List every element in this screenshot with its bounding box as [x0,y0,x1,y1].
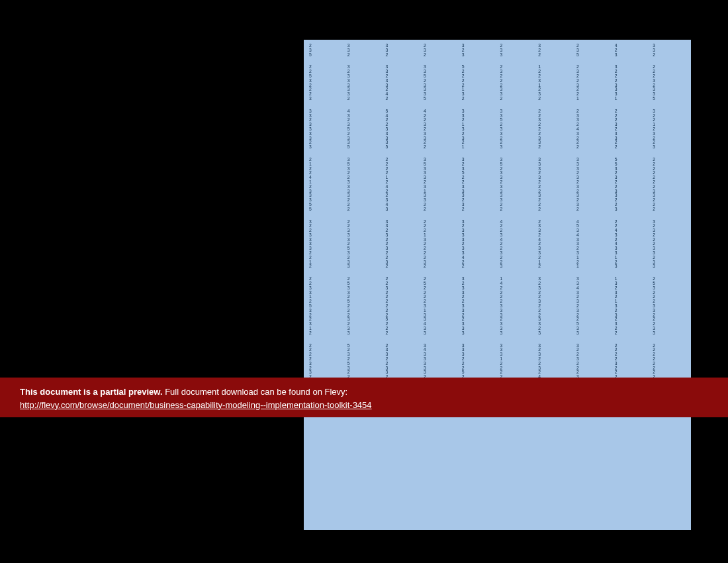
data-cell: 5 [383,317,421,322]
data-cell: 2 [535,327,574,331]
data-cell: 2 [498,207,536,212]
data-row: 3332323423 [306,286,688,291]
data-cell: 3 [306,123,345,127]
data-row: 2323132233 [306,87,688,92]
data-cell: 2 [383,304,421,309]
data-cell: 5 [421,97,459,101]
data-cell: 3 [574,344,612,348]
data-cell: 3 [459,92,498,97]
data-cell: 5 [498,118,536,123]
data-cell: 2 [612,220,651,225]
data-cell: 3 [574,162,612,167]
data-cell: 1 [459,87,498,92]
data-cell: 2 [459,264,498,269]
data-cell: 1 [535,83,574,88]
data-cell: 1 [498,277,536,282]
data-cell: 3 [650,145,688,150]
data-cell: 2 [345,242,383,246]
data-cell: 5 [306,203,345,207]
data-cell: 2 [459,299,498,304]
data-cell: 3 [306,189,345,194]
data-row: 3233232333 [306,132,688,136]
data-cell: 2 [383,189,421,194]
data-cell: 3 [612,282,651,286]
data-cell: 2 [459,74,498,79]
data-cell: 2 [535,109,574,114]
data-cell: 3 [650,44,688,48]
data-cell: 3 [459,114,498,119]
data-cell: 5 [650,97,688,101]
banner-link[interactable]: http://flevy.com/browse/document/busines… [20,400,372,410]
data-cell: 3 [535,193,574,198]
data-cell: 3 [345,251,383,256]
data-cell: 3 [498,313,536,318]
data-cell: 3 [650,246,688,251]
data-cell: 4 [535,238,574,242]
data-cell: 2 [574,44,612,48]
data-cell: 2 [383,331,421,336]
data-cell: 2 [650,127,688,132]
data-cell: 3 [498,251,536,256]
data-cell: 3 [612,362,651,366]
data-cell: 2 [535,313,574,318]
data-cell: 3 [574,167,612,172]
data-cell: 5 [459,65,498,70]
data-cell: 3 [306,109,345,114]
data-cell: 1 [421,189,459,194]
data-cell: 2 [459,242,498,246]
data-cell: 3 [498,53,536,58]
data-cell: 3 [345,229,383,233]
data-cell: 3 [459,322,498,327]
data-cell: 3 [459,277,498,282]
data-cell: 2 [345,322,383,327]
data-cell: 2 [612,114,651,119]
data-cell: 2 [345,207,383,212]
data-cell: 3 [421,83,459,88]
data-cell: 3 [498,176,536,180]
data-cell: 2 [345,295,383,299]
data-cell: 3 [459,304,498,309]
data-cell: 2 [650,299,688,304]
data-cell: 2 [459,140,498,145]
data-cell: 3 [459,291,498,295]
data-cell: 2 [306,140,345,145]
data-cell: 2 [612,118,651,123]
data-row: 2323333352 [306,158,688,162]
data-row: 5325222222 [306,74,688,79]
data-cell: 3 [574,83,612,88]
data-cell: 3 [612,123,651,127]
data-cell: 2 [498,256,536,260]
data-cell: 3 [345,123,383,127]
data-cell: 2 [459,317,498,322]
data-cell: 3 [535,366,574,371]
data-cell: 4 [498,282,536,286]
data-cell: 3 [574,277,612,282]
data-row: 2222422112 [306,256,688,260]
data-cell: 3 [383,352,421,357]
data-cell: 2 [574,304,612,309]
data-cell: 3 [306,193,345,198]
data-cell: 2 [650,74,688,79]
data-cell: 3 [498,189,536,194]
data-cell: 2 [383,357,421,362]
data-cell: 3 [421,362,459,366]
data-cell: 1 [535,260,574,265]
data-cell: 3 [498,87,536,92]
data-cell: 2 [650,207,688,212]
data-cell: 2 [650,344,688,348]
data-cell: 3 [535,136,574,141]
data-cell: 3 [574,118,612,123]
data-block: 2222313312252524233533323234233322322332… [306,277,688,335]
data-cell: 3 [306,79,345,83]
data-cell: 3 [535,229,574,233]
data-cell: 1 [574,256,612,260]
data-cell: 3 [383,140,421,145]
data-cell: 3 [345,48,383,53]
data-cell: 2 [574,362,612,366]
data-cell: 1 [612,256,651,260]
data-cell: 2 [650,198,688,203]
data-cell: 1 [459,123,498,127]
data-row: 2233232322 [306,70,688,74]
data-cell: 3 [612,92,651,97]
data-cell: 3 [383,207,421,212]
